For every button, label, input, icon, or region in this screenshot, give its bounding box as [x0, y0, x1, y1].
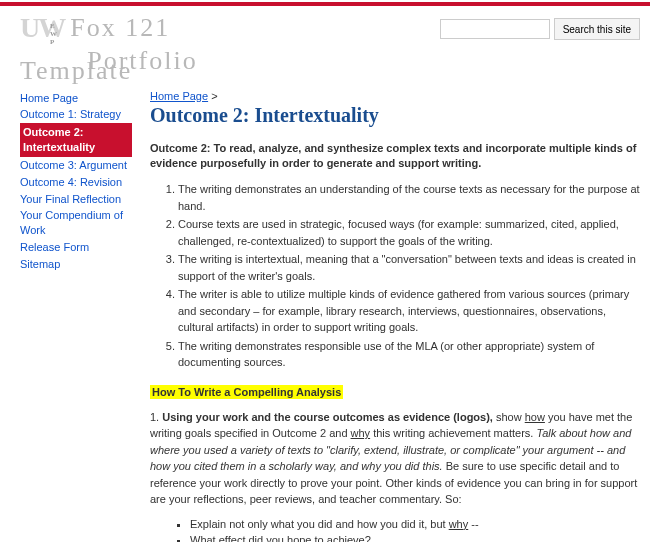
instruction-1: 1. Using your work and the course outcom…	[150, 409, 640, 508]
sidebar-item-3[interactable]: Outcome 3: Argument	[20, 157, 132, 174]
section-heading-analysis: How To Write a Compelling Analysis	[150, 385, 343, 399]
sidebar-item-6[interactable]: Your Compendium of Work	[20, 207, 132, 239]
list-item: The writing demonstrates responsible use…	[178, 338, 640, 371]
list-item: What effect did you hope to achieve?	[190, 532, 640, 542]
sidebar-nav: Home PageOutcome 1: StrategyOutcome 2: I…	[20, 90, 132, 543]
breadcrumb: Home Page >	[150, 90, 640, 102]
page-title: Outcome 2: Intertextuality	[150, 104, 640, 127]
main-content: Home Page > Outcome 2: Intertextuality O…	[150, 90, 640, 543]
uw-logo: UW E W P	[20, 12, 64, 44]
list-item: Explain not only what you did and how yo…	[190, 516, 640, 533]
list-item: The writer is able to utilize multiple k…	[178, 286, 640, 336]
list-item: The writing demonstrates an understandin…	[178, 181, 640, 214]
sidebar-item-0[interactable]: Home Page	[20, 90, 132, 107]
sidebar-item-1[interactable]: Outcome 1: Strategy	[20, 106, 132, 123]
sidebar-item-8[interactable]: Sitemap	[20, 256, 132, 273]
sidebar-item-7[interactable]: Release Form	[20, 239, 132, 256]
outcome-list: The writing demonstrates an understandin…	[178, 181, 640, 371]
outcome-statement: Outcome 2: To read, analyze, and synthes…	[150, 141, 640, 172]
list-item: The writing is intertextual, meaning tha…	[178, 251, 640, 284]
sidebar-item-2[interactable]: Outcome 2: Intertextuality	[20, 123, 132, 157]
list-item: Course texts are used in strategic, focu…	[178, 216, 640, 249]
breadcrumb-home[interactable]: Home Page	[150, 90, 208, 102]
sidebar-item-4[interactable]: Outcome 4: Revision	[20, 174, 132, 191]
search-input[interactable]	[440, 19, 550, 39]
search-button[interactable]: Search this site	[554, 18, 640, 40]
sidebar-item-5[interactable]: Your Final Reflection	[20, 191, 132, 208]
instruction-1-bullets: Explain not only what you did and how yo…	[190, 516, 640, 542]
